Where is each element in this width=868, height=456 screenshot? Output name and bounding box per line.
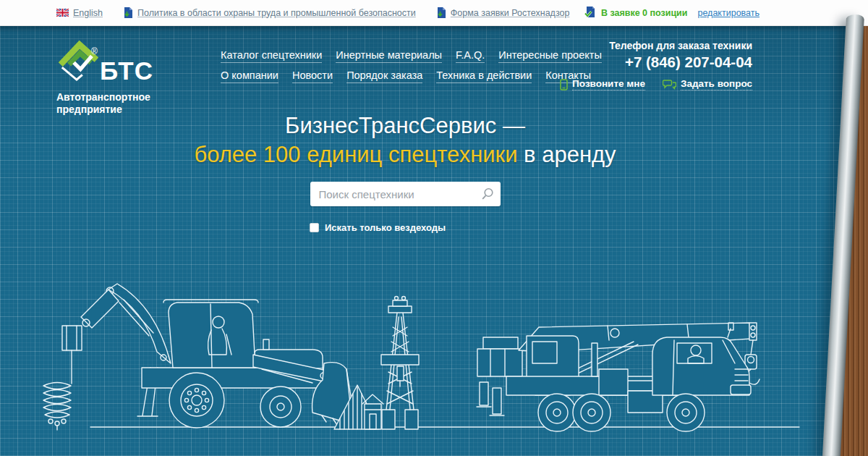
search-button[interactable] (481, 187, 494, 200)
top-utility-bar: English Политика в области охраны труда … (0, 0, 868, 26)
rostekhnadzor-form-link[interactable]: Форма заявки Ростехнадзор (436, 7, 570, 19)
search-input[interactable] (310, 182, 501, 206)
edit-request-link[interactable]: редактировать (697, 8, 760, 18)
chat-icon (663, 80, 676, 90)
truck-crane-drawing (477, 323, 760, 431)
atv-only-checkbox[interactable] (310, 223, 319, 232)
safety-policy-link[interactable]: Политика в области охраны труда и промыш… (123, 7, 416, 19)
page-title: БизнесТрансСервис — более 100 единиц спе… (0, 111, 810, 169)
document-download-icon (436, 7, 446, 19)
blueprint-background: ® БТС Автотранспортное предприятие Катал… (0, 26, 868, 456)
shed-drawing (362, 394, 383, 429)
phone-icon (560, 79, 568, 90)
phone-number: +7 (846) 207-04-04 (560, 54, 752, 71)
safety-policy-label: Политика в области охраны труда и промыш… (137, 8, 416, 18)
backhoe-loader-drawing (43, 284, 356, 430)
phone-links: Позвоните мне Задать вопрос (560, 78, 752, 90)
nav-row-1: Каталог спецтехники Инертные материалы F… (221, 49, 602, 63)
title-suffix: в аренду (517, 142, 616, 167)
uk-flag-icon (56, 9, 69, 17)
topbar-left-links: English Политика в области охраны труда … (56, 7, 569, 19)
call-me-link[interactable]: Позвоните мне (560, 78, 645, 90)
language-link[interactable]: English (56, 8, 103, 18)
nav-catalog[interactable]: Каталог спецтехники (221, 49, 322, 63)
atv-only-label: Искать только вездеходы (325, 222, 446, 233)
request-check-icon (584, 7, 595, 19)
nav-equipment-in-action[interactable]: Техника в действии (436, 69, 532, 83)
document-download-icon (123, 7, 133, 19)
rostekhnadzor-form-label: Форма заявки Ростехнадзор (451, 8, 570, 18)
blueprint-equipment-drawings (0, 282, 868, 456)
nav-news[interactable]: Новости (292, 69, 333, 83)
phone-block: Телефон для заказа техники +7 (846) 207-… (560, 40, 752, 90)
logo-abbr: БТС (100, 56, 153, 85)
title-highlight: более 100 единиц спецтехники (194, 142, 517, 167)
nav-about[interactable]: О компании (221, 69, 278, 83)
nav-row-2: О компании Новости Порядок заказа Техник… (221, 69, 602, 83)
logo-diamond-icon (55, 35, 98, 81)
drilling-derrick-drawing (381, 297, 419, 430)
nav-order-procedure[interactable]: Порядок заказа (346, 69, 422, 83)
search-box (310, 182, 501, 206)
cart-status: В заявке 0 позиции (601, 8, 688, 18)
nav-faq[interactable]: F.A.Q. (456, 49, 485, 63)
nav-inert-materials[interactable]: Инертные материалы (336, 49, 442, 63)
title-line1: БизнесТрансСервис — (285, 113, 525, 138)
request-cart: В заявке 0 позиции редактировать (584, 7, 760, 19)
atv-filter-row: Искать только вездеходы (310, 222, 810, 233)
logo[interactable]: ® БТС Автотранспортное предприятие (55, 35, 207, 114)
ask-question-link[interactable]: Задать вопрос (663, 78, 752, 90)
search-icon (481, 192, 494, 203)
page: English Политика в области охраны труда … (0, 0, 868, 456)
registered-mark: ® (91, 46, 98, 56)
hero: БизнесТрансСервис — более 100 единиц спе… (0, 111, 810, 233)
main-navigation: Каталог спецтехники Инертные материалы F… (221, 49, 602, 90)
language-label: English (73, 8, 103, 18)
phone-label: Телефон для заказа техники (560, 40, 752, 51)
